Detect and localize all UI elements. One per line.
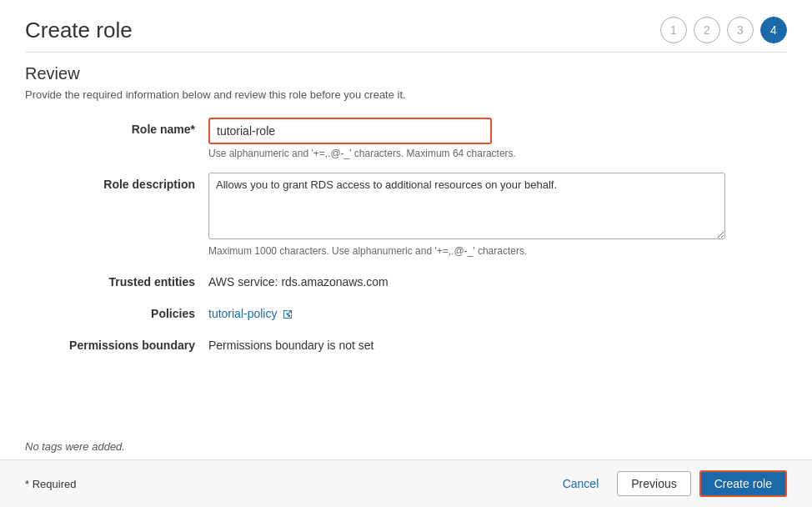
role-description-control: Allows you to grant RDS access to additi… — [208, 173, 725, 257]
role-description-label: Role description — [25, 173, 208, 191]
page-title: Create role — [25, 18, 133, 43]
no-tags-note: No tags were added. — [0, 437, 812, 459]
role-description-hint: Maximum 1000 characters. Use alphanumeri… — [208, 245, 725, 257]
policies-text: tutorial-policy — [208, 302, 725, 320]
policies-label: Policies — [25, 302, 208, 320]
page-wrapper: Create role 1 2 3 4 Review Provide the r… — [0, 0, 812, 507]
step-2: 2 — [694, 17, 720, 43]
header: Create role 1 2 3 4 — [0, 0, 812, 52]
footer-buttons: Cancel Previous Create role — [553, 470, 787, 497]
form-area: Role name* Use alphanumeric and '+=,.@-_… — [0, 111, 812, 437]
trusted-entities-text: AWS service: rds.amazonaws.com — [208, 270, 725, 289]
previous-button[interactable]: Previous — [617, 471, 690, 496]
section-description: Provide the required information below a… — [0, 87, 812, 111]
step-1: 1 — [660, 17, 687, 43]
section-title: Review — [0, 53, 812, 87]
policies-row: Policies tutorial-policy — [25, 302, 787, 320]
role-name-control: Use alphanumeric and '+=,.@-_' character… — [208, 118, 725, 159]
trusted-entities-value: AWS service: rds.amazonaws.com — [208, 270, 725, 289]
role-name-label: Role name* — [25, 118, 208, 136]
role-name-input[interactable] — [208, 118, 492, 144]
step-4: 4 — [760, 17, 787, 43]
role-name-hint: Use alphanumeric and '+=,.@-_' character… — [208, 148, 725, 159]
footer: * Required Cancel Previous Create role — [0, 459, 812, 507]
permissions-boundary-label: Permissions boundary — [25, 334, 208, 352]
role-description-row: Role description Allows you to grant RDS… — [25, 173, 787, 257]
permissions-boundary-text: Permissions boundary is not set — [208, 334, 725, 352]
cancel-button[interactable]: Cancel — [553, 472, 609, 495]
step-3: 3 — [727, 17, 754, 43]
create-role-button[interactable]: Create role — [699, 470, 787, 497]
permissions-boundary-value: Permissions boundary is not set — [208, 334, 725, 352]
permissions-boundary-row: Permissions boundary Permissions boundar… — [25, 334, 787, 352]
required-note: * Required — [25, 478, 76, 490]
policies-value: tutorial-policy — [208, 302, 725, 320]
trusted-entities-label: Trusted entities — [25, 270, 208, 289]
steps-indicator: 1 2 3 4 — [660, 17, 787, 43]
trusted-entities-row: Trusted entities AWS service: rds.amazon… — [25, 270, 787, 289]
role-name-row: Role name* Use alphanumeric and '+=,.@-_… — [25, 118, 787, 159]
tutorial-policy-link[interactable]: tutorial-policy — [208, 307, 277, 320]
external-link-icon — [283, 309, 293, 319]
role-description-textarea[interactable]: Allows you to grant RDS access to additi… — [208, 173, 725, 239]
